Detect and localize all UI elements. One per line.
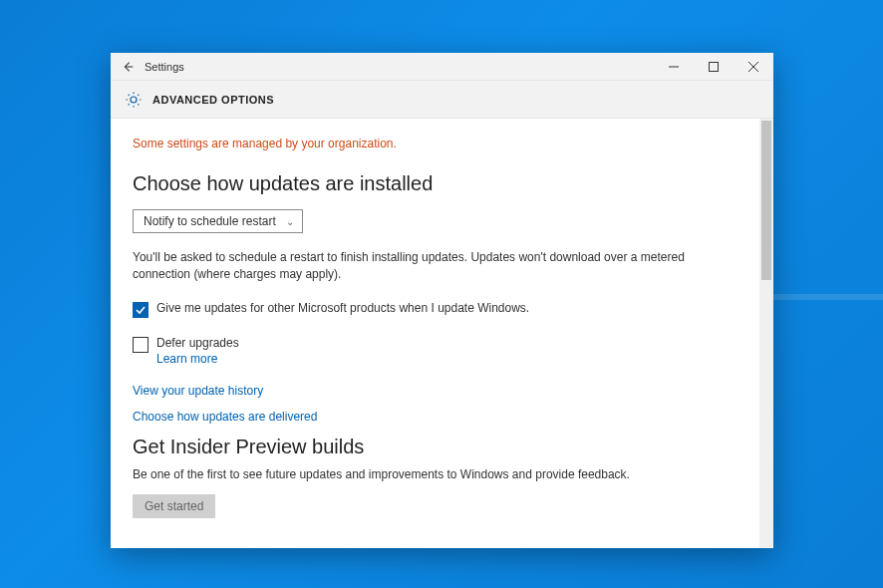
other-products-label: Give me updates for other Microsoft prod…	[156, 301, 529, 315]
page-title: ADVANCED OPTIONS	[152, 94, 274, 106]
minimize-button[interactable]	[654, 53, 694, 80]
view-update-history-link[interactable]: View your update history	[133, 384, 737, 398]
close-button[interactable]	[734, 53, 773, 80]
install-behavior-dropdown[interactable]: Notify to schedule restart ⌄	[133, 209, 303, 233]
app-name: Settings	[145, 61, 184, 73]
back-arrow-icon	[121, 60, 135, 74]
checkmark-icon	[135, 304, 147, 316]
insider-description: Be one of the first to see future update…	[133, 466, 721, 483]
svg-rect-2	[710, 62, 719, 71]
back-button[interactable]	[111, 53, 145, 80]
gear-icon	[125, 91, 143, 109]
chevron-down-icon: ⌄	[286, 216, 294, 227]
close-icon	[748, 62, 758, 72]
defer-upgrades-label: Defer upgrades	[156, 336, 239, 350]
maximize-button[interactable]	[694, 53, 734, 80]
content-area: Some settings are managed by your organi…	[111, 119, 759, 548]
page-header: ADVANCED OPTIONS	[111, 81, 773, 119]
other-products-checkbox-row: Give me updates for other Microsoft prod…	[133, 301, 737, 318]
update-delivery-link[interactable]: Choose how updates are delivered	[133, 410, 737, 424]
managed-by-org-notice: Some settings are managed by your organi…	[133, 137, 737, 150]
install-behavior-description: You'll be asked to schedule a restart to…	[133, 249, 721, 283]
minimize-icon	[669, 62, 679, 72]
defer-upgrades-checkbox-row: Defer upgrades Learn more	[133, 336, 737, 366]
defer-upgrades-checkbox[interactable]	[133, 337, 148, 353]
get-started-button[interactable]: Get started	[133, 494, 215, 518]
defer-learn-more-link[interactable]: Learn more	[156, 352, 239, 366]
scrollbar-track[interactable]	[759, 119, 773, 548]
dropdown-selected-label: Notify to schedule restart	[144, 214, 276, 228]
other-products-checkbox[interactable]	[133, 302, 148, 318]
insider-heading: Get Insider Preview builds	[133, 436, 737, 458]
choose-updates-heading: Choose how updates are installed	[133, 172, 737, 195]
scrollbar-thumb[interactable]	[761, 121, 771, 280]
titlebar: Settings	[111, 53, 773, 81]
maximize-icon	[709, 62, 719, 72]
settings-window: Settings ADVANCED OPTIONS Some settings …	[111, 53, 773, 548]
